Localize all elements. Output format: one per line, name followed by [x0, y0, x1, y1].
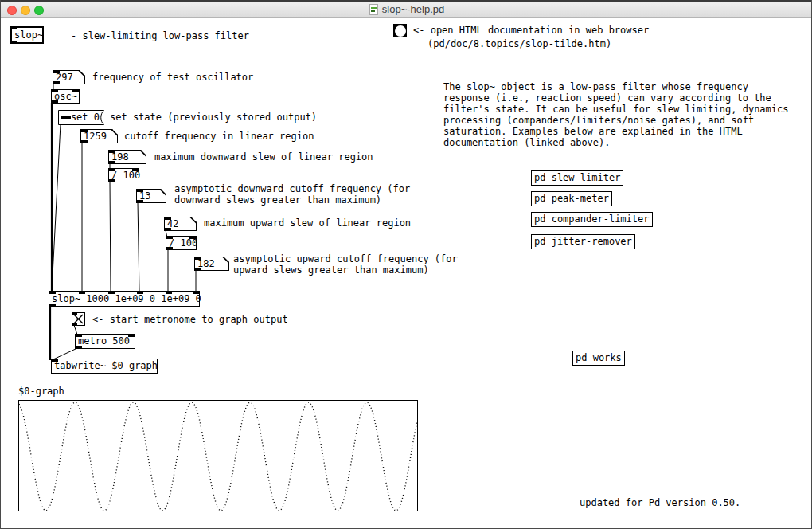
outlet-nub: [53, 81, 60, 84]
wire: [52, 124, 61, 291]
inlet-nub: [52, 90, 58, 92]
object-box-slop-title: slop~: [10, 26, 44, 44]
object-box-metro: metro 500: [75, 334, 135, 349]
subpatch-peak-meter[interactable]: pd peak-meter: [531, 191, 612, 206]
inlet-nub: [79, 292, 85, 294]
subpatch-label: pd jitter-remover: [534, 236, 632, 248]
subpatch-jitter-remover[interactable]: pd jitter-remover: [531, 234, 635, 249]
wire: [110, 182, 111, 292]
outlet-nub: [137, 200, 143, 202]
object-box-slop: slop~ 1000 1e+09 0 1e+09 0: [49, 291, 200, 307]
cutoff-comment: cutoff frequency in linear region: [124, 131, 314, 142]
inlet-nub: [128, 335, 135, 337]
outlet-nub: [12, 41, 17, 42]
subpatch-label: pd peak-meter: [534, 193, 609, 205]
doc-link-comment-line1: <- open HTML documentation in web browse…: [413, 25, 649, 36]
inlet-nub: [193, 292, 200, 294]
toggle-comment: <- start metronome to graph output: [92, 314, 288, 325]
version-comment: updated for Pd version 0.50.: [580, 497, 740, 508]
down-asymptotic-comment: asymptotic downward cutoff frequency (fo…: [174, 183, 410, 206]
object-box-label: metro 500: [78, 335, 130, 347]
number-box-down-asymptotic[interactable]: 13: [136, 189, 166, 203]
outlet-nub: [109, 179, 115, 182]
inlet-nub: [137, 292, 143, 294]
wire: [53, 348, 77, 359]
description-text: The slop~ object is a low-pass filter wh…: [443, 81, 795, 148]
subpatch-slew-limiter[interactable]: pd slew-limiter: [531, 170, 623, 186]
object-box-label: tabwrite~ $0-graph: [54, 360, 158, 372]
object-box-tabwrite: tabwrite~ $0-graph: [51, 359, 158, 374]
inlet-nub: [12, 28, 17, 29]
inlet-nub-signal: [49, 292, 56, 294]
number-box-up-slew[interactable]: 42: [164, 217, 197, 231]
inlet-nub: [132, 169, 139, 171]
inlet-nub-signal: [52, 359, 58, 362]
inlet-nub: [108, 292, 115, 294]
outlet-nub: [76, 346, 82, 348]
subpatch-label: pd compander-limiter: [534, 214, 650, 225]
frequency-comment: frequency of test oscillator: [92, 72, 253, 83]
toggle-metronome[interactable]: [72, 312, 85, 326]
inlet-nub: [189, 237, 196, 239]
subpatch-label: pd slew-limiter: [534, 172, 620, 184]
inlet-nub: [72, 313, 77, 315]
pd-patch-window: slop~-help.pd slop~ - slew-limiting low-…: [0, 0, 812, 529]
number-box-frequency[interactable]: 297: [53, 70, 85, 84]
inlet-nub: [137, 190, 143, 192]
subpatch-works[interactable]: pd works: [572, 351, 625, 366]
inlet-nub: [166, 292, 172, 294]
outlet-nub: [165, 228, 171, 230]
subpatch-label: pd works: [576, 352, 622, 364]
outlet-nub: [195, 268, 201, 270]
inlet-nub: [195, 257, 201, 260]
inlet-nub: [109, 169, 115, 171]
circle-glyph: [395, 25, 406, 37]
number-box-down-slew[interactable]: 198: [108, 150, 146, 164]
waveform-graph: [18, 400, 418, 511]
wire: [138, 202, 139, 292]
subpatch-compander-limiter[interactable]: pd compander-limiter: [531, 212, 653, 227]
outlet-nub: [109, 161, 115, 163]
inlet-nub: [81, 130, 88, 132]
outlet-nub: [72, 323, 77, 325]
outlet-nub-signal: [52, 100, 58, 103]
doc-link-comment-line2: (pd/doc/8.topics/slop-tilde.htm): [427, 38, 611, 49]
message-label: set 0: [71, 112, 100, 123]
set-state-comment: set state (previously stored output): [110, 112, 317, 123]
down-slew-comment: maximum downward slew of linear region: [154, 151, 373, 163]
inlet-nub: [53, 71, 60, 73]
inlet-nub: [165, 217, 171, 220]
number-box-up-asymptotic[interactable]: 182: [194, 257, 229, 271]
message-box-set-state[interactable]: set 0: [58, 110, 104, 125]
tagline-comment: - slew-limiting low-pass filter: [71, 30, 249, 41]
graph-label: $0-graph: [18, 386, 64, 397]
up-slew-comment: maximum upward slew of linear region: [204, 217, 411, 229]
inlet-nub: [166, 237, 173, 239]
object-box-osc: osc~: [51, 89, 80, 104]
inlet-nub: [72, 90, 79, 92]
inlet-nub: [109, 151, 115, 153]
number-box-cutoff[interactable]: 1259: [80, 129, 118, 143]
open-doc-link-icon[interactable]: [393, 24, 407, 37]
up-asymptotic-comment: asymptotic upward cutoff frequency (for …: [233, 253, 458, 276]
outlet-nub: [166, 247, 173, 249]
inlet-nub: [76, 335, 82, 337]
sine-waveform: [19, 401, 417, 511]
outlet-nub: [81, 140, 88, 143]
object-box-divide-down: / 100: [108, 168, 139, 182]
object-box-label: slop~: [14, 29, 43, 41]
object-box-label: slop~ 1000 1e+09 0 1e+09 0: [52, 293, 201, 305]
outlet-nub-signal: [49, 304, 56, 306]
object-box-divide-up: / 100: [166, 236, 197, 250]
